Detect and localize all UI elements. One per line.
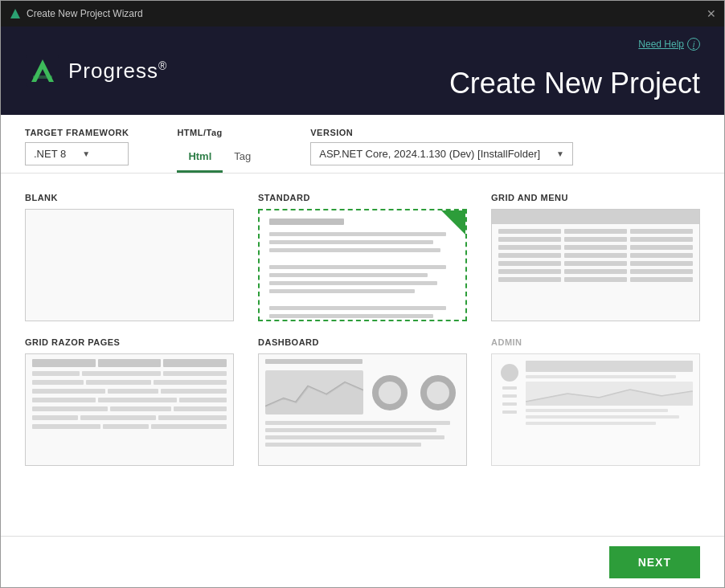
logo: Progress®: [25, 53, 167, 88]
template-grid-razor-card[interactable]: [25, 353, 234, 466]
version-chevron-icon: ▼: [556, 149, 564, 158]
need-help-text: Need Help: [638, 39, 684, 50]
template-standard-label: STANDARD: [258, 193, 467, 202]
main-content: BLANK STANDARD ✓: [1, 174, 724, 536]
tab-html[interactable]: Html: [177, 145, 223, 173]
version-label: VERSION: [310, 128, 573, 137]
svg-marker-0: [10, 9, 20, 18]
framework-group: TARGET FRAMEWORK .NET 8 ▼: [25, 128, 129, 165]
version-group: VERSION ASP.NET Core, 2024.1.130 (Dev) […: [310, 128, 573, 165]
footer: NEXT: [1, 536, 724, 587]
close-button[interactable]: ✕: [707, 8, 716, 19]
version-select[interactable]: ASP.NET Core, 2024.1.130 (Dev) [InstallF…: [310, 142, 573, 165]
grid-razor-wireframe: [26, 354, 233, 465]
title-bar-text: Create New Project Wizard: [27, 8, 143, 19]
template-dashboard-card[interactable]: [258, 353, 467, 466]
template-blank-label: BLANK: [25, 193, 234, 202]
grid-menu-wireframe: [492, 210, 699, 287]
progress-logo-icon: [25, 53, 60, 88]
standard-wireframe: [260, 210, 465, 321]
main-window: Create New Project Wizard ✕ Progress® Ne…: [0, 0, 725, 588]
controls-row: TARGET FRAMEWORK .NET 8 ▼ HTML/Tag Html …: [25, 128, 700, 173]
template-blank-card[interactable]: [25, 209, 234, 321]
html-tag-group: HTML/Tag Html Tag: [177, 128, 262, 173]
chevron-down-icon: ▼: [82, 149, 90, 158]
template-admin-label: ADMIN: [491, 337, 700, 347]
template-admin-card[interactable]: [491, 353, 700, 466]
template-grid-razor[interactable]: GRID RAZOR PAGES: [25, 337, 234, 466]
template-dashboard-label: DASHBOARD: [258, 337, 467, 347]
html-tag-tabs: Html Tag: [177, 145, 262, 173]
template-standard-card[interactable]: ✓: [258, 209, 467, 321]
dashboard-wireframe: [259, 354, 466, 451]
logo-text: Progress®: [68, 59, 167, 84]
controls-bar: TARGET FRAMEWORK .NET 8 ▼ HTML/Tag Html …: [1, 115, 724, 174]
page-title: Create New Project: [449, 67, 700, 100]
admin-wireframe: [492, 354, 699, 465]
title-bar-left: Create New Project Wizard: [9, 7, 143, 20]
template-dashboard[interactable]: DASHBOARD: [258, 337, 467, 466]
templates-grid: BLANK STANDARD ✓: [25, 193, 700, 466]
template-admin[interactable]: ADMIN: [491, 337, 700, 466]
template-standard[interactable]: STANDARD ✓: [258, 193, 467, 321]
framework-label: TARGET FRAMEWORK: [25, 128, 129, 137]
svg-marker-5: [265, 382, 363, 414]
template-grid-menu-card[interactable]: [491, 209, 700, 321]
need-help-link[interactable]: Need Help i: [638, 38, 700, 51]
framework-select[interactable]: .NET 8 ▼: [25, 142, 129, 165]
template-grid-menu-label: GRID AND MENU: [491, 193, 700, 202]
version-value: ASP.NET Core, 2024.1.130 (Dev) [InstallF…: [319, 148, 540, 160]
template-blank[interactable]: BLANK: [25, 193, 234, 321]
framework-value: .NET 8: [34, 148, 66, 160]
html-tag-label: HTML/Tag: [177, 128, 262, 137]
title-bar: Create New Project Wizard ✕: [1, 1, 724, 27]
tab-tag[interactable]: Tag: [223, 145, 262, 173]
svg-marker-6: [526, 390, 693, 406]
svg-rect-4: [33, 76, 52, 79]
template-grid-menu[interactable]: GRID AND MENU: [491, 193, 700, 321]
app-icon: [9, 7, 22, 20]
template-grid-razor-label: GRID RAZOR PAGES: [25, 337, 234, 347]
selected-badge: [441, 210, 465, 235]
next-button[interactable]: NEXT: [609, 546, 700, 578]
header: Progress® Need Help i Create New Project: [1, 27, 724, 115]
help-icon: i: [687, 38, 700, 51]
